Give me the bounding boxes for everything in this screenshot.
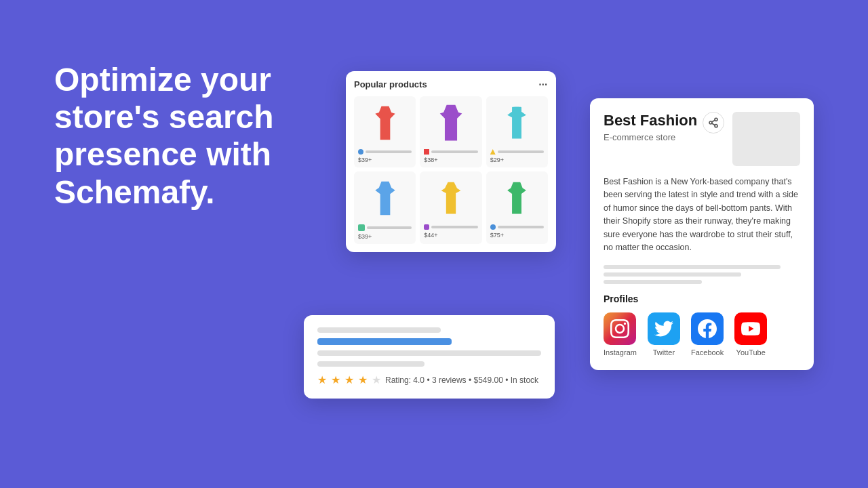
business-name: Best Fashion <box>604 112 697 129</box>
instagram-icon <box>604 312 636 345</box>
product-item[interactable]: $39+ <box>354 96 416 167</box>
instagram-label: Instagram <box>604 348 637 357</box>
business-card: Best Fashion E-commerce store Best Fashi… <box>590 98 814 370</box>
product-image <box>500 177 533 220</box>
more-options-icon[interactable]: ⋯ <box>538 79 548 89</box>
product-image <box>369 177 401 220</box>
products-grid: $39+ $38+ <box>354 96 548 244</box>
star-2: ★ <box>331 373 340 386</box>
search-link-line <box>317 338 452 345</box>
search-line-1 <box>317 327 441 333</box>
hero-section: Optimize your store's search presence wi… <box>54 61 312 211</box>
star-3: ★ <box>344 373 354 386</box>
product-image <box>435 102 467 145</box>
svg-line-5 <box>712 120 715 122</box>
profiles-grid: Instagram Twitter Facebook <box>604 312 800 357</box>
product-price: $75+ <box>490 232 544 239</box>
profile-youtube[interactable]: YouTube <box>734 312 767 357</box>
twitter-icon <box>648 312 680 345</box>
rating-text: Rating: 4.0 • 3 reviews • $549.00 • In s… <box>385 375 538 385</box>
business-header: Best Fashion E-commerce store <box>604 112 724 142</box>
twitter-label: Twitter <box>653 348 675 357</box>
product-info: $39+ <box>358 224 412 240</box>
product-item[interactable]: $39+ <box>354 171 416 244</box>
product-item[interactable]: $75+ <box>486 171 548 244</box>
business-thumbnail <box>732 112 800 166</box>
product-item[interactable]: $38+ <box>420 96 481 167</box>
youtube-label: YouTube <box>736 348 766 357</box>
youtube-icon <box>734 312 767 345</box>
star-4: ★ <box>358 373 368 386</box>
profiles-section: Profiles Instagram Twitter <box>604 293 800 357</box>
product-info: $39+ <box>358 149 412 163</box>
profile-facebook[interactable]: Facebook <box>691 312 724 357</box>
star-5: ★ <box>372 373 381 386</box>
profiles-label: Profiles <box>604 293 800 304</box>
product-info: $44+ <box>424 224 477 239</box>
product-item[interactable]: $29+ <box>486 96 548 167</box>
product-image <box>500 102 533 145</box>
product-info: $38+ <box>424 149 477 163</box>
product-image <box>369 102 401 145</box>
search-line-3 <box>317 361 425 367</box>
share-button[interactable] <box>703 112 724 134</box>
hero-title: Optimize your store's search presence wi… <box>54 61 312 211</box>
business-type: E-commerce store <box>604 132 697 142</box>
products-card-title: Popular products <box>354 79 427 89</box>
link-line-1 <box>604 265 781 269</box>
product-image <box>435 177 467 220</box>
svg-rect-0 <box>512 107 521 113</box>
product-item[interactable]: $44+ <box>420 171 481 244</box>
products-card: Popular products ⋯ $39+ <box>346 71 556 252</box>
business-description: Best Fashion is a New York-based company… <box>604 176 800 254</box>
product-price: $44+ <box>424 232 477 239</box>
facebook-label: Facebook <box>691 348 724 357</box>
business-links <box>604 265 800 284</box>
link-line-3 <box>604 280 702 284</box>
business-top-left: Best Fashion E-commerce store <box>604 112 724 148</box>
rating-row: ★ ★ ★ ★ ★ Rating: 4.0 • 3 reviews • $549… <box>317 373 541 386</box>
search-line-2 <box>317 350 541 356</box>
product-info: $29+ <box>490 149 544 163</box>
star-1: ★ <box>317 373 327 386</box>
product-price: $38+ <box>424 157 477 163</box>
business-top-row: Best Fashion E-commerce store <box>604 112 800 166</box>
products-card-header: Popular products ⋯ <box>354 79 548 89</box>
product-price: $39+ <box>358 157 412 163</box>
facebook-icon <box>691 312 724 345</box>
profile-instagram[interactable]: Instagram <box>604 312 637 357</box>
product-info: $75+ <box>490 224 544 239</box>
svg-line-4 <box>712 123 715 125</box>
business-title-block: Best Fashion E-commerce store <box>604 112 697 142</box>
link-line-2 <box>604 272 741 277</box>
search-result-card: ★ ★ ★ ★ ★ Rating: 4.0 • 3 reviews • $549… <box>304 315 555 399</box>
profile-twitter[interactable]: Twitter <box>648 312 680 357</box>
product-price: $29+ <box>490 157 544 163</box>
product-price: $39+ <box>358 233 412 240</box>
